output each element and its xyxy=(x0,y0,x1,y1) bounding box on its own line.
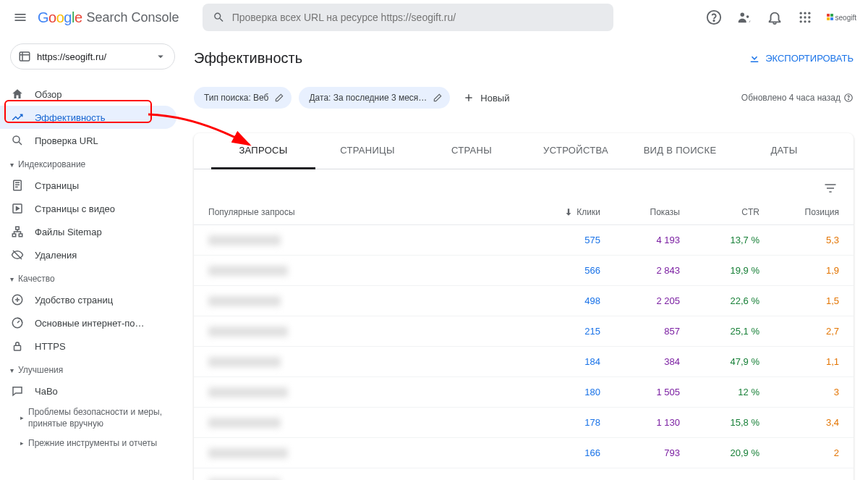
cell-impressions: 857 xyxy=(600,326,680,337)
svg-point-4 xyxy=(799,12,801,14)
tab-dates[interactable]: ДАТЫ xyxy=(732,133,836,169)
tab-devices[interactable]: УСТРОЙСТВА xyxy=(524,133,628,169)
sidebar-item-https[interactable]: HTTPS xyxy=(0,334,176,358)
menu-button[interactable] xyxy=(12,9,29,26)
query-text-blurred xyxy=(208,296,281,306)
sidebar-item-label: HTTPS xyxy=(35,341,66,352)
cell-position: 2,7 xyxy=(760,326,839,337)
lock-icon xyxy=(11,340,24,353)
edit-icon xyxy=(433,93,443,103)
query-text-blurred xyxy=(208,418,281,428)
svg-rect-14 xyxy=(830,14,833,17)
property-selector[interactable]: https://seogift.ru/ xyxy=(10,43,175,70)
search-icon xyxy=(11,134,24,147)
section-indexing[interactable]: ▾Индексирование xyxy=(0,152,185,174)
search-box[interactable] xyxy=(203,4,613,31)
table-row[interactable]: 215 857 25,1 % 2,7 xyxy=(194,316,854,347)
logo[interactable]: Google Search Console xyxy=(38,9,179,26)
speed-icon xyxy=(11,316,24,329)
table-row[interactable]: 184 384 47,9 % 1,1 xyxy=(194,347,854,377)
sidebar-item-overview[interactable]: Обзор xyxy=(0,83,176,106)
sidebar-item-security[interactable]: ▸Проблемы безопасности и меры, принятые … xyxy=(0,403,185,434)
table-row[interactable]: 575 4 193 13,7 % 5,3 xyxy=(194,225,854,256)
table-row[interactable]: 166 793 20,9 % 2 xyxy=(194,438,854,468)
filter-icon xyxy=(823,181,838,195)
removals-icon xyxy=(11,248,24,261)
cell-impressions: 384 xyxy=(600,356,680,367)
section-improvements[interactable]: ▾Улучшения xyxy=(0,358,185,379)
edit-icon xyxy=(274,93,284,103)
table-row[interactable]: 180 1 505 12 % 3 xyxy=(194,377,854,408)
cell-impressions: 2 205 xyxy=(600,295,680,306)
chip-label: Тип поиска: Веб xyxy=(204,93,268,103)
svg-point-12 xyxy=(808,20,810,22)
sidebar-item-page-experience[interactable]: Удобство страниц xyxy=(0,288,176,311)
svg-rect-16 xyxy=(830,17,833,20)
svg-point-10 xyxy=(799,20,801,22)
tab-search-appearance[interactable]: ВИД В ПОИСКЕ xyxy=(628,133,732,169)
sidebar-item-faq[interactable]: ЧаВо xyxy=(0,379,176,403)
cell-ctr: 47,9 % xyxy=(680,356,760,367)
app-header: Google Search Console seogift xyxy=(0,0,868,35)
tabs: ЗАПРОСЫ СТРАНИЦЫ СТРАНЫ УСТРОЙСТВА ВИД В… xyxy=(194,133,854,169)
sidebar-item-sitemaps[interactable]: Файлы Sitemap xyxy=(0,220,176,243)
page-title: Эффективность xyxy=(194,50,302,67)
section-quality[interactable]: ▾Качество xyxy=(0,266,185,288)
cell-impressions: 1 505 xyxy=(600,387,680,397)
product-name: Search Console xyxy=(87,10,179,25)
sidebar-item-removals[interactable]: Удаления xyxy=(0,243,176,266)
chip-label: Дата: За последние 3 меся… xyxy=(309,93,427,103)
col-position[interactable]: Позиция xyxy=(760,207,839,217)
col-query[interactable]: Популярные запросы xyxy=(208,207,521,217)
sidebar-item-pages[interactable]: Страницы xyxy=(0,174,176,197)
sidebar-item-label: Проверка URL xyxy=(35,135,98,146)
table-row[interactable]: 148 949 15,6 % 2,2 xyxy=(194,468,854,480)
add-filter-button[interactable]: Новый xyxy=(457,92,515,104)
sidebar-item-label: Прежние инструменты и отчеты xyxy=(28,438,157,450)
tab-queries[interactable]: ЗАПРОСЫ xyxy=(211,133,315,169)
account-badge[interactable]: seogift xyxy=(827,14,856,22)
sidebar-item-legacy-tools[interactable]: ▸Прежние инструменты и отчеты xyxy=(0,434,185,454)
add-filter-label: Новый xyxy=(480,93,509,104)
table-row[interactable]: 566 2 843 19,9 % 1,9 xyxy=(194,256,854,286)
table-filter-button[interactable] xyxy=(822,180,839,197)
hamburger-icon xyxy=(13,10,27,25)
apps-button[interactable] xyxy=(796,9,814,26)
plus-icon xyxy=(463,92,475,104)
svg-point-1 xyxy=(713,20,714,21)
tab-pages[interactable]: СТРАНИЦЫ xyxy=(315,133,420,169)
chip-search-type[interactable]: Тип поиска: Веб xyxy=(194,87,292,109)
sidebar-item-performance[interactable]: Эффективность xyxy=(0,106,176,129)
sidebar-item-label: Обзор xyxy=(35,89,62,100)
cell-clicks: 180 xyxy=(521,387,600,397)
svg-point-2 xyxy=(740,13,744,17)
col-impressions[interactable]: Показы xyxy=(600,207,680,217)
bell-icon xyxy=(767,9,783,25)
svg-rect-13 xyxy=(827,14,830,17)
svg-point-9 xyxy=(808,16,810,18)
sidebar-item-label: Страницы xyxy=(35,180,79,191)
search-input[interactable] xyxy=(232,12,603,23)
col-ctr[interactable]: CTR xyxy=(680,207,760,217)
section-label: Качество xyxy=(18,274,55,284)
notifications-button[interactable] xyxy=(766,9,783,26)
sidebar-item-video-pages[interactable]: Страницы с видео xyxy=(0,197,176,220)
help-button[interactable] xyxy=(705,9,723,26)
chip-date-range[interactable]: Дата: За последние 3 меся… xyxy=(299,87,450,109)
table-head: Популярные запросы Клики Показы CTR Пози… xyxy=(194,200,854,225)
query-text-blurred xyxy=(208,387,288,397)
google-logo: Google xyxy=(38,9,82,26)
tab-countries[interactable]: СТРАНЫ xyxy=(420,133,524,169)
col-clicks[interactable]: Клики xyxy=(521,207,600,217)
help-icon[interactable] xyxy=(843,93,854,103)
cell-position: 3 xyxy=(760,387,839,397)
users-button[interactable] xyxy=(736,9,753,26)
table-row[interactable]: 178 1 130 15,8 % 3,4 xyxy=(194,408,854,438)
svg-point-6 xyxy=(808,12,810,14)
sidebar-item-url-inspection[interactable]: Проверка URL xyxy=(0,129,176,152)
export-button[interactable]: ЭКСПОРТИРОВАТЬ xyxy=(748,51,854,64)
queries-table: Популярные запросы Клики Показы CTR Пози… xyxy=(194,200,854,480)
sidebar-item-core-web-vitals[interactable]: Основные интернет-по… xyxy=(0,311,176,334)
table-row[interactable]: 498 2 205 22,6 % 1,5 xyxy=(194,286,854,316)
svg-rect-22 xyxy=(12,234,16,237)
